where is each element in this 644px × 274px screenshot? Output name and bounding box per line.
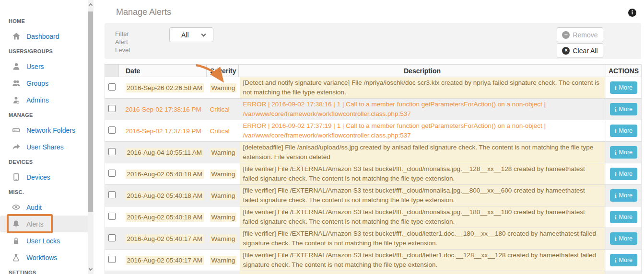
filter-label: Filter Alert Level: [115, 30, 138, 54]
row-checkbox[interactable]: [108, 170, 116, 177]
manage-alerts-panel: Manage Alerts i Filter Alert Level All –…: [94, 0, 644, 274]
more-button[interactable]: i More: [610, 232, 637, 245]
row-checkbox[interactable]: [108, 256, 116, 263]
more-button[interactable]: i More: [610, 168, 637, 180]
info-icon: i: [615, 128, 617, 134]
more-label: More: [619, 214, 632, 220]
alert-row: 2016-Aug-02 05:40:18 AM Warning [file ve…: [105, 206, 642, 228]
more-label: More: [619, 84, 632, 91]
info-icon: i: [615, 85, 617, 91]
more-button[interactable]: i More: [610, 189, 637, 202]
users-icon: [12, 79, 20, 87]
sidebar-item-label: Alerts: [26, 220, 44, 228]
alert-severity: Warning: [210, 234, 237, 243]
select-column-header: [105, 65, 119, 77]
row-checkbox[interactable]: [108, 148, 116, 155]
row-checkbox[interactable]: [108, 126, 116, 134]
alert-severity: Critical: [210, 106, 230, 113]
sidebar-section-devices: DEVICES: [0, 159, 94, 166]
sidebar-item-label: Groups: [26, 80, 48, 87]
sidebar-item-label: Devices: [26, 173, 50, 181]
row-checkbox[interactable]: [108, 105, 116, 112]
more-button[interactable]: i More: [610, 103, 637, 115]
chevron-down-icon: [201, 32, 206, 37]
info-icon: i: [615, 149, 617, 156]
sidebar-scrollbar[interactable]: [88, 0, 94, 274]
sidebar-item-admins[interactable]: Admins: [0, 91, 94, 108]
sidebar-item-user-shares[interactable]: User Shares: [0, 138, 94, 155]
more-button[interactable]: i More: [610, 211, 637, 223]
scrollbar-thumb[interactable]: [88, 11, 93, 212]
more-label: More: [619, 149, 632, 156]
alert-row: 2016-Aug-04 10:55:11 AM Warning [deleteb…: [105, 142, 642, 163]
more-button[interactable]: i More: [610, 146, 637, 159]
alert-severity: Warning: [210, 191, 237, 200]
network-folders-icon: [12, 126, 20, 134]
select-value: All: [181, 31, 189, 39]
info-icon: i: [615, 236, 617, 242]
alert-row: 2016-Sep-02 17:37:19 PM Critical ERROR |…: [105, 120, 642, 142]
info-icon[interactable]: i: [628, 9, 636, 17]
sidebar-nav: HOMEDashboardUSERS/GROUPSUsersGroupsAdmi…: [0, 0, 94, 274]
sidebar-item-audit[interactable]: Audit: [0, 199, 94, 216]
sidebar-section-manage: MANAGE: [0, 112, 94, 119]
row-checkbox[interactable]: [108, 234, 116, 241]
more-button[interactable]: i More: [610, 125, 637, 137]
date-column-header: Date: [119, 65, 207, 77]
alert-description: ERROR | 2016-09-02 17:37:19 | 1 | Call t…: [243, 121, 602, 140]
alert-date: 2016-Sep-26 02:26:58 AM: [126, 83, 204, 92]
alert-description: [file verifier] File /EXTERNAL/Amazon S3…: [243, 272, 602, 274]
sidebar-item-users[interactable]: Users: [0, 58, 94, 75]
sidebar: HOMEDashboardUSERS/GROUPSUsersGroupsAdmi…: [0, 0, 94, 274]
info-icon: i: [615, 214, 617, 220]
more-button[interactable]: i More: [610, 254, 637, 266]
sidebar-item-label: User Shares: [26, 143, 64, 151]
alert-row: 2016-Aug-02 05:40:17 AM Warning [file ve…: [105, 271, 642, 274]
sidebar-item-devices[interactable]: Devices: [0, 169, 94, 185]
sidebar-section-users-groups: USERS/GROUPS: [0, 48, 94, 55]
sidebar-item-label: Admins: [26, 96, 49, 104]
sidebar-item-alerts[interactable]: Alerts: [0, 216, 89, 232]
alert-description: ERROR | 2016-09-02 17:38:16 | 1 | Call t…: [243, 100, 602, 119]
alert-row: 2016-Aug-02 05:40:17 AM Warning [file ve…: [105, 250, 642, 271]
alert-description: [file verifier] File /EXTERNAL/Amazon S3…: [243, 229, 602, 248]
alert-severity: Warning: [210, 213, 237, 222]
sidebar-section-home: HOME: [0, 18, 94, 25]
more-label: More: [619, 192, 632, 199]
scroll-down-icon[interactable]: [89, 267, 93, 271]
remove-label: Remove: [573, 31, 597, 39]
actions-column-header: ACTIONS: [606, 65, 642, 77]
admin-icon: [12, 96, 20, 104]
sidebar-item-dashboard[interactable]: Dashboard: [0, 28, 94, 45]
flask-icon: [12, 253, 20, 262]
row-checkbox[interactable]: [108, 213, 116, 220]
sidebar-item-workflows[interactable]: Workflows: [0, 249, 94, 266]
row-checkbox[interactable]: [108, 191, 116, 198]
alert-date: 2016-Sep-02 17:38:16 PM: [126, 106, 201, 113]
minus-circle-icon: –: [562, 31, 570, 39]
info-icon: i: [615, 257, 617, 263]
sidebar-section-settings: SETTINGS: [0, 270, 94, 274]
filter-panel: Filter Alert Level All – Remove × Clear …: [105, 23, 641, 59]
more-label: More: [619, 171, 632, 177]
sidebar-item-label: Users: [26, 63, 44, 70]
sidebar-item-groups[interactable]: Groups: [0, 75, 94, 91]
row-checkbox[interactable]: [108, 83, 116, 91]
alert-date: 2016-Aug-02 05:40:18 AM: [126, 191, 204, 200]
share-icon: [12, 143, 20, 151]
alert-severity: Warning: [210, 256, 237, 265]
alert-level-select[interactable]: All: [169, 27, 213, 42]
clear-all-button[interactable]: × Clear All: [557, 43, 603, 58]
sidebar-item-label: Workflows: [26, 254, 57, 262]
scroll-up-icon[interactable]: [89, 3, 93, 7]
info-icon: i: [615, 106, 617, 113]
alert-description: [file verifier] File /EXTERNAL/Amazon S3…: [243, 251, 602, 270]
user-icon: [12, 62, 20, 70]
alert-description: [file verifier] File /EXTERNAL/Amazon S3…: [243, 207, 602, 227]
sidebar-item-label: User Locks: [26, 237, 60, 245]
sidebar-item-user-locks[interactable]: User Locks: [0, 232, 94, 249]
more-button[interactable]: i More: [610, 81, 637, 94]
sidebar-item-network-folders[interactable]: Network Folders: [0, 122, 94, 138]
alert-date: 2016-Aug-02 05:40:18 AM: [126, 213, 204, 222]
remove-button[interactable]: – Remove: [557, 27, 603, 42]
